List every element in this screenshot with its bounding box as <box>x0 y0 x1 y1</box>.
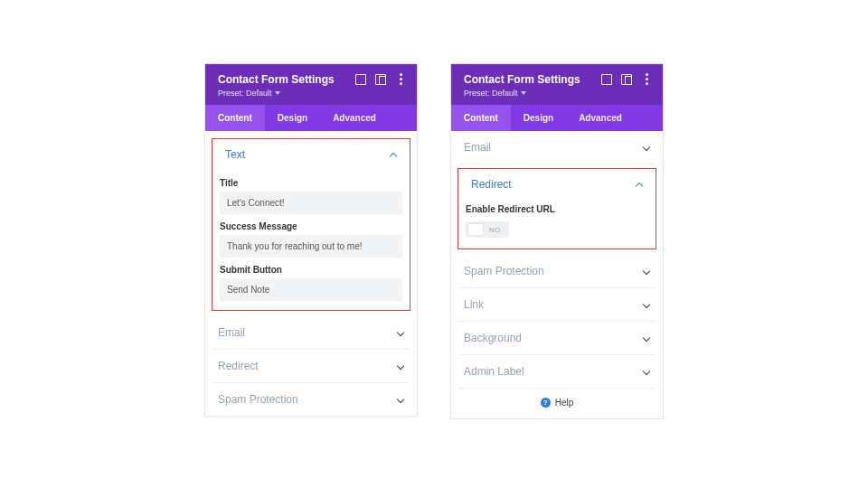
submit-field-label: Submit Button <box>220 265 402 275</box>
section-admin-title: Admin Label <box>464 365 524 378</box>
section-redirect-title: Redirect <box>218 360 259 372</box>
title-field-label: Title <box>220 178 402 188</box>
section-email-title: Email <box>464 141 491 154</box>
section-background-head[interactable]: Background <box>458 322 656 354</box>
success-input[interactable] <box>220 235 402 258</box>
highlighted-redirect-section: Redirect Enable Redirect URL NO <box>458 168 656 249</box>
tabs: Content Design Advanced <box>205 105 417 131</box>
tab-advanced[interactable]: Advanced <box>566 105 635 131</box>
help-link[interactable]: ? Help <box>458 389 656 418</box>
chevron-down-icon <box>397 396 404 403</box>
section-redirect-head[interactable]: Redirect <box>212 350 410 382</box>
chevron-up-icon <box>390 151 397 158</box>
tab-content[interactable]: Content <box>451 105 511 131</box>
tab-content[interactable]: Content <box>205 105 265 131</box>
section-email-title: Email <box>218 326 245 339</box>
caret-down-icon <box>275 91 280 95</box>
panel-body: Email Redirect Enable Redirect URL NO Sp… <box>451 131 663 418</box>
tab-design[interactable]: Design <box>511 105 566 131</box>
header-icons <box>355 73 406 85</box>
expand-icon[interactable] <box>355 74 366 85</box>
section-background-title: Background <box>464 332 522 344</box>
panel-header: Contact Form Settings Preset: Default <box>451 64 663 105</box>
preset-dropdown[interactable]: Preset: Default <box>218 89 335 98</box>
toggle-knob <box>467 223 484 236</box>
highlighted-text-section: Text Title Success Message Submit Button <box>212 138 410 311</box>
panel-title: Contact Form Settings <box>218 73 335 86</box>
settings-panel-left: Contact Form Settings Preset: Default Co… <box>204 63 418 417</box>
enable-redirect-label: Enable Redirect URL <box>466 204 648 214</box>
section-email: Email <box>212 316 410 350</box>
section-admin-head[interactable]: Admin Label <box>458 355 656 388</box>
responsive-icon[interactable] <box>621 74 632 85</box>
section-link-title: Link <box>464 298 484 311</box>
section-spam-head[interactable]: Spam Protection <box>458 255 656 287</box>
tabs: Content Design Advanced <box>451 105 663 131</box>
section-email: Email <box>458 131 656 164</box>
header-left: Contact Form Settings Preset: Default <box>218 73 335 98</box>
panel-title: Contact Form Settings <box>464 73 580 86</box>
chevron-down-icon <box>397 362 404 370</box>
header-left: Contact Form Settings Preset: Default <box>464 73 580 98</box>
tab-advanced[interactable]: Advanced <box>320 105 389 131</box>
chevron-down-icon <box>643 334 650 342</box>
section-spam-title: Spam Protection <box>218 393 298 406</box>
section-redirect-title: Redirect <box>471 178 512 191</box>
section-redirect: Redirect <box>212 350 410 383</box>
section-spam-title: Spam Protection <box>464 265 544 277</box>
section-link: Link <box>458 288 656 322</box>
chevron-down-icon <box>643 144 650 151</box>
submit-input[interactable] <box>220 278 402 301</box>
section-spam: Spam Protection <box>212 383 410 416</box>
section-text-title: Text <box>225 148 245 161</box>
preset-dropdown[interactable]: Preset: Default <box>464 89 580 98</box>
chevron-down-icon <box>643 301 650 308</box>
preset-label: Preset: Default <box>218 89 272 98</box>
caret-down-icon <box>521 91 526 95</box>
panel-header: Contact Form Settings Preset: Default <box>205 64 417 105</box>
title-input[interactable] <box>220 192 402 214</box>
expand-icon[interactable] <box>601 74 612 85</box>
section-background: Background <box>458 322 656 355</box>
more-icon[interactable] <box>395 73 406 85</box>
help-icon: ? <box>541 398 551 408</box>
chevron-down-icon <box>643 267 650 275</box>
section-text-head[interactable]: Text <box>220 146 402 171</box>
section-link-head[interactable]: Link <box>458 288 656 321</box>
header-icons <box>601 73 652 85</box>
success-field-label: Success Message <box>220 221 402 231</box>
panel-body: Text Title Success Message Submit Button… <box>205 131 417 416</box>
tab-design[interactable]: Design <box>265 105 320 131</box>
more-icon[interactable] <box>641 73 652 85</box>
section-redirect-head[interactable]: Redirect <box>466 176 648 201</box>
toggle-state-label: NO <box>484 226 507 234</box>
settings-panel-right: Contact Form Settings Preset: Default Co… <box>450 63 664 419</box>
section-email-head[interactable]: Email <box>212 316 410 349</box>
help-label: Help <box>555 398 574 408</box>
chevron-up-icon <box>636 181 643 188</box>
chevron-down-icon <box>397 329 404 336</box>
preset-label: Preset: Default <box>464 89 518 98</box>
section-email-head[interactable]: Email <box>458 131 656 164</box>
section-spam-head[interactable]: Spam Protection <box>212 383 410 416</box>
responsive-icon[interactable] <box>375 74 386 85</box>
chevron-down-icon <box>643 368 650 375</box>
section-admin-label: Admin Label <box>458 355 656 389</box>
enable-redirect-toggle[interactable]: NO <box>466 221 509 238</box>
section-spam: Spam Protection <box>458 255 656 288</box>
